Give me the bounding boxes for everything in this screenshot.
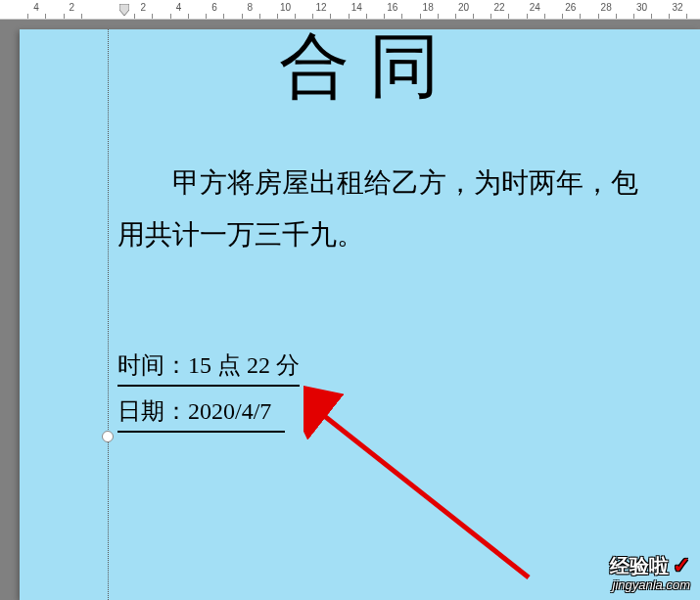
ruler-tick-label: 18 — [423, 2, 434, 13]
svg-marker-0 — [119, 4, 129, 16]
body-line-1: 甲方将房屋出租给乙方，为时两年，包 — [117, 157, 700, 208]
ruler-tick-label: 2 — [140, 2, 146, 13]
time-label: 时间： — [117, 352, 188, 378]
ruler-tick-label: 32 — [672, 2, 682, 13]
ruler-tick-label: 28 — [601, 2, 612, 13]
ruler-tick-label: 22 — [493, 2, 504, 13]
document-body[interactable]: 甲方将房屋出租给乙方，为时两年，包 用共计一万三千九。 — [117, 157, 700, 260]
ruler-tick-label: 20 — [458, 2, 469, 13]
svg-line-2 — [318, 411, 529, 577]
ruler-tick-label: 6 — [211, 2, 217, 13]
ruler-tick-label: 10 — [280, 2, 291, 13]
time-field[interactable]: 时间：15 点 22 分 — [117, 349, 300, 387]
date-field[interactable]: 日期：2020/4/7 — [117, 395, 285, 433]
ruler-tick-label: 14 — [351, 2, 362, 13]
horizontal-ruler[interactable]: 422468101214161820222426283032 — [0, 0, 700, 20]
ruler-tick-label: 16 — [387, 2, 397, 13]
ruler-tick-label: 26 — [565, 2, 576, 13]
editor-canvas: 合 同 甲方将房屋出租给乙方，为时两年，包 用共计一万三千九。 时间：15 点 … — [0, 20, 700, 600]
date-value: 2020/4/7 — [188, 398, 271, 424]
ruler-tick-label: 8 — [248, 2, 254, 13]
ruler-tick-label: 30 — [636, 2, 647, 13]
time-value: 15 点 22 分 — [188, 352, 300, 378]
watermark-title: 经验啦 — [610, 555, 669, 577]
watermark: 经验啦✓ jingyanla.com — [610, 553, 690, 592]
ruler-tick-label: 2 — [70, 2, 75, 13]
watermark-url: jingyanla.com — [610, 577, 690, 592]
ruler-tick-label: 4 — [176, 2, 182, 13]
margin-drag-handle[interactable] — [102, 431, 114, 442]
ruler-tick-label: 24 — [530, 2, 540, 13]
ruler-tick-label: 4 — [33, 2, 39, 13]
body-line-2: 用共计一万三千九。 — [117, 208, 700, 260]
indent-marker-icon[interactable] — [119, 4, 129, 16]
date-label: 日期： — [117, 398, 188, 424]
document-title[interactable]: 合 同 — [279, 20, 440, 114]
checkmark-icon: ✓ — [673, 553, 690, 577]
annotation-arrow-icon — [303, 382, 538, 587]
left-margin-guide — [108, 29, 109, 600]
ruler-tick-label: 12 — [315, 2, 326, 13]
document-page[interactable]: 合 同 甲方将房屋出租给乙方，为时两年，包 用共计一万三千九。 时间：15 点 … — [20, 29, 700, 600]
